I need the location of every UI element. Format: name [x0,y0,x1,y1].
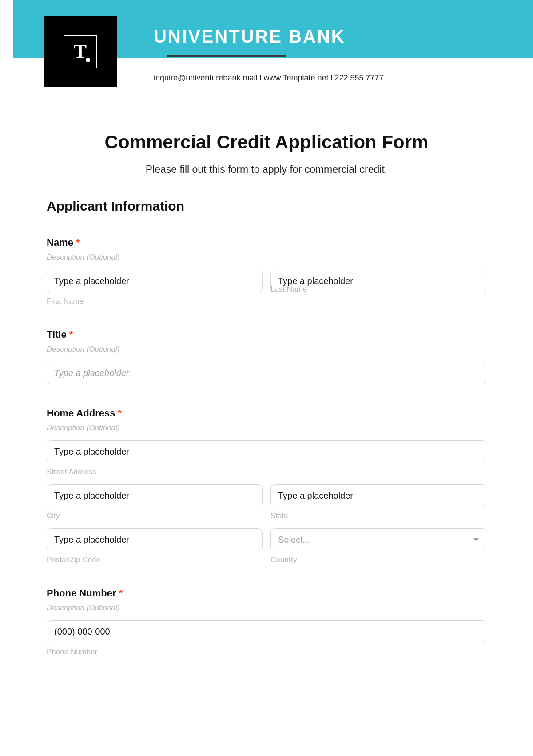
contact-line: inquire@univenturebank.mail l www.Templa… [154,73,533,83]
name-description: Description (Optional) [47,253,486,262]
name-label-text: Name [47,237,73,248]
field-block-phone: Phone Number * Description (Optional) Ph… [47,588,486,656]
phone-label: Phone Number * [47,588,486,599]
divider [167,55,286,57]
logo: T [44,16,117,87]
required-marker: * [69,329,73,340]
city-sublabel: City [47,512,263,520]
title-description: Description (Optional) [47,345,486,354]
phone-label-text: Phone Number [47,588,116,599]
city-input[interactable] [47,484,263,507]
phone-input[interactable] [47,620,486,643]
page-subtitle: Please fill out this form to apply for c… [47,164,486,176]
country-select[interactable]: Select... [270,528,486,551]
state-input[interactable] [270,484,486,507]
logo-dot-icon [86,58,90,62]
bank-name: UNIVENTURE BANK [154,27,346,47]
country-select-placeholder: Select... [278,535,310,545]
logo-frame: T [64,35,97,68]
address-description: Description (Optional) [47,424,486,432]
postal-input[interactable] [47,528,263,551]
page-title: Commercial Credit Application Form [47,132,486,153]
street-sublabel: Street Address [47,468,486,476]
postal-sublabel: Postal/Zip Code [47,556,263,564]
first-name-sublabel: First Name [47,297,263,306]
field-block-title: Title * Description (Optional) [47,329,486,384]
header-banner: T UNIVENTURE BANK [13,0,533,58]
required-marker: * [76,237,80,248]
first-name-input[interactable] [47,270,263,292]
title-label: Title * [47,329,486,340]
name-label: Name * [47,237,486,248]
field-block-address: Home Address * Description (Optional) St… [47,408,486,564]
address-label: Home Address * [47,408,486,419]
phone-description: Description (Optional) [47,604,486,612]
title-input[interactable] [47,362,486,384]
logo-letter: T [74,42,87,61]
field-block-name: Name * Description (Optional) First Name… [47,237,486,306]
title-label-text: Title [47,329,67,340]
state-sublabel: State [270,512,486,520]
required-marker: * [118,408,122,419]
phone-sublabel: Phone Number [47,648,486,656]
street-input[interactable] [47,440,486,463]
required-marker: * [119,588,123,599]
section-heading-applicant: Applicant Information [47,199,486,214]
chevron-down-icon [473,538,479,541]
address-label-text: Home Address [47,408,115,419]
country-sublabel: Country [270,556,486,564]
